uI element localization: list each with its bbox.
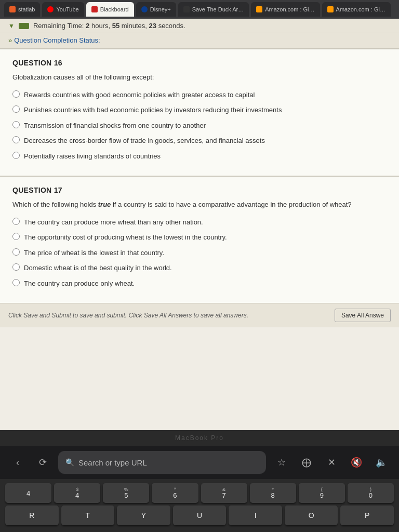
key-o[interactable]: O <box>285 506 338 525</box>
completion-label: Question Completion Status: <box>14 36 100 44</box>
tab-duck[interactable]: Save The Duck Ar… <box>178 2 249 17</box>
key-u-label: U <box>197 511 202 520</box>
save-all-button[interactable]: Save All Answe <box>335 309 391 322</box>
option-q16-1-text: Rewards countries with good economic pol… <box>24 90 255 100</box>
radio-q16-2[interactable] <box>12 105 20 113</box>
tab-duck-label: Save The Duck Ar… <box>192 6 244 12</box>
radio-q17-5[interactable] <box>12 279 20 286</box>
keyboard-number-row: 4 $4 %5 ^6 &7 *8 (9 )0 <box>5 483 394 503</box>
key-dollar-4[interactable]: $4 <box>54 483 100 503</box>
key-rparen-bottom: 0 <box>369 492 373 499</box>
mobile-refresh-button[interactable]: ⟳ <box>33 453 52 472</box>
close-button[interactable]: ✕ <box>322 453 341 472</box>
key-lparen-9[interactable]: (9 <box>299 483 345 503</box>
question-17-option-3[interactable]: The price of wheat is the lowest in that… <box>12 248 387 258</box>
tab-blackboard[interactable]: Blackboard <box>86 2 134 17</box>
key-amp-7[interactable]: &7 <box>201 483 247 503</box>
footer-bar: Click Save and Submit to save and submit… <box>0 303 399 327</box>
duck-favicon <box>183 6 190 12</box>
mute-button[interactable]: 🔇 <box>347 453 366 472</box>
question-17-option-4[interactable]: Domestic wheat is of the best quality in… <box>12 263 387 273</box>
question-16-number: QUESTION 16 <box>12 59 387 67</box>
radio-q17-2[interactable] <box>12 233 20 240</box>
q17-text-start: Which of the following holds <box>12 201 98 208</box>
bookmark-button[interactable]: ☆ <box>272 453 291 472</box>
option-q17-2-text: The opportunity cost of producing wheat … <box>24 232 227 243</box>
question-17-option-2[interactable]: The opportunity cost of producing wheat … <box>12 232 387 243</box>
mobile-search-bar[interactable]: 🔍 Search or type URL <box>58 451 266 474</box>
timer-label: Remaining Time: <box>33 22 84 30</box>
key-lparen-bottom: 9 <box>320 492 324 499</box>
tab-youtube-label: YouTube <box>56 6 78 12</box>
key-o-label: O <box>309 511 314 520</box>
question-16-option-3[interactable]: Transmission of financial shocks from on… <box>12 121 387 131</box>
mobile-bottom-bar: ‹ ⟳ 🔍 Search or type URL ☆ ⨁ ✕ 🔇 🔈 <box>0 446 399 479</box>
key-rparen-0[interactable]: )0 <box>348 483 394 503</box>
radio-q16-4[interactable] <box>12 136 20 143</box>
youtube-favicon <box>47 6 54 12</box>
key-ast-8[interactable]: *8 <box>250 483 296 503</box>
key-4-bottom: 4 <box>26 490 30 497</box>
statlab-favicon <box>9 6 16 12</box>
new-tab-button[interactable]: ⨁ <box>297 453 316 472</box>
radio-q17-1[interactable] <box>12 218 20 225</box>
tab-disney[interactable]: Disney+ <box>136 2 176 17</box>
tab-bar: statlab YouTube Blackboard Disney+ Save … <box>0 0 399 19</box>
timer-bar: ▼ Remaining Time: 2 hours, 55 minutes, 2… <box>0 19 399 33</box>
disney-favicon <box>141 6 148 12</box>
browser-chrome: statlab YouTube Blackboard Disney+ Save … <box>0 0 399 19</box>
macbook-label: MacBook Pro <box>0 430 399 446</box>
timer-minutes-label: minutes, <box>122 22 147 30</box>
completion-bar: Question Completion Status: <box>0 33 399 49</box>
question-16-option-1[interactable]: Rewards countries with good economic pol… <box>12 90 387 100</box>
mobile-search-placeholder: Search or type URL <box>78 458 147 467</box>
volume-button[interactable]: 🔈 <box>372 453 391 472</box>
option-q16-4-text: Decreases the cross-border flow of trade… <box>24 136 265 146</box>
option-q17-4-text: Domestic wheat is of the best quality in… <box>24 263 172 273</box>
question-17-option-5[interactable]: The country can produce only wheat. <box>12 278 387 289</box>
keyboard: 4 $4 %5 ^6 &7 *8 (9 )0 R T Y U I O P <box>0 479 399 532</box>
keyboard-letter-row: R T Y U I O P <box>5 506 394 525</box>
key-i[interactable]: I <box>229 506 282 525</box>
tab-amazon1[interactable]: Amazon.com : Gi… <box>251 2 320 17</box>
key-t[interactable]: T <box>61 506 115 525</box>
blackboard-favicon <box>91 6 98 12</box>
q17-text-italic: true <box>98 201 111 208</box>
timer-minimize-btn[interactable] <box>19 23 29 29</box>
key-u[interactable]: U <box>173 506 227 525</box>
option-q16-3-text: Transmission of financial shocks from on… <box>24 121 206 131</box>
timer-seconds: 23 <box>149 22 156 30</box>
key-y-label: Y <box>141 511 146 520</box>
tab-statlab[interactable]: statlab <box>4 2 40 17</box>
key-y[interactable]: Y <box>117 506 170 525</box>
mobile-back-button[interactable]: ‹ <box>8 453 27 472</box>
browser-content: ▼ Remaining Time: 2 hours, 55 minutes, 2… <box>0 19 399 430</box>
key-caret-6[interactable]: ^6 <box>152 483 198 503</box>
tab-disney-label: Disney+ <box>150 6 171 12</box>
option-q17-3-text: The price of wheat is the lowest in that… <box>24 248 164 258</box>
key-4[interactable]: 4 <box>5 483 51 503</box>
question-16-option-5[interactable]: Potentially raises living standards of c… <box>12 151 387 162</box>
radio-q17-3[interactable] <box>12 248 20 256</box>
key-percent-5[interactable]: %5 <box>103 483 149 503</box>
tab-youtube[interactable]: YouTube <box>42 2 84 17</box>
timer-hours: 2 <box>86 22 89 30</box>
key-p[interactable]: P <box>340 506 394 525</box>
question-16-option-4[interactable]: Decreases the cross-border flow of trade… <box>12 136 387 146</box>
key-p-label: P <box>365 511 369 520</box>
completion-link[interactable]: Question Completion Status: <box>8 36 391 44</box>
radio-q16-3[interactable] <box>12 121 20 128</box>
tab-amazon2-label: Amazon.com : Gi… <box>336 6 385 12</box>
radio-q17-4[interactable] <box>12 263 20 271</box>
radio-q16-1[interactable] <box>12 90 20 98</box>
key-r[interactable]: R <box>5 506 59 525</box>
radio-q16-5[interactable] <box>12 152 20 159</box>
question-17-option-1[interactable]: The country can produce more wheat than … <box>12 217 387 228</box>
key-i-label: I <box>255 511 257 520</box>
tab-amazon2[interactable]: Amazon.com : Gi… <box>322 2 391 17</box>
key-caret-bottom: 6 <box>173 492 177 499</box>
question-16-text: Globalization causes all of the followin… <box>12 72 387 83</box>
question-16-option-2[interactable]: Punishes countries with bad economic pol… <box>12 105 387 115</box>
option-q16-2-text: Punishes countries with bad economic pol… <box>24 105 282 115</box>
key-amp-bottom: 7 <box>222 492 225 499</box>
